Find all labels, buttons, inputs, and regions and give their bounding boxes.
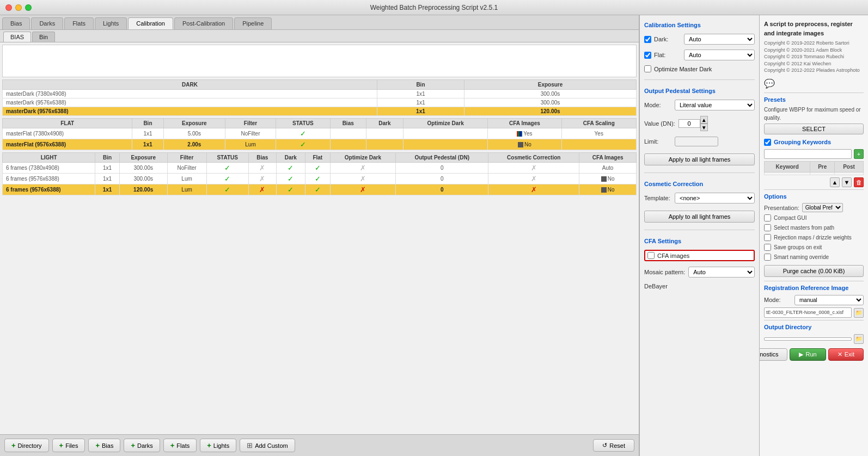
light-row-1-filter: NoFilter [167, 163, 206, 174]
dark-checkbox[interactable] [644, 36, 651, 43]
save-groups-checkbox[interactable] [764, 244, 771, 251]
x-icon: ✗ [360, 164, 366, 172]
select-masters-checkbox[interactable] [764, 224, 771, 231]
keyword-delete-button[interactable]: 🗑 [854, 177, 864, 187]
table-row[interactable]: 6 frames (7380x4908) 1x1 300.00s NoFilte… [3, 163, 637, 174]
calibration-panel: Calibration Settings Dark: Auto Flat: Au… [639, 15, 759, 456]
darks-button[interactable]: + Darks [124, 439, 160, 452]
stepper-up[interactable]: ▲ [700, 116, 708, 124]
output-dir-browse-button[interactable]: 📁 [854, 334, 864, 344]
tab-calibration[interactable]: Calibration [128, 17, 173, 29]
light-row-2-flat: ✓ [305, 174, 330, 184]
flat-table: FLAT Bin Exposure Filter STATUS Bias Dar… [2, 118, 637, 150]
table-row-selected[interactable]: masterFlat (9576x6388) 1x1 2.00s Lum ✓ N… [3, 139, 637, 150]
content-area: DARK Bin Exposure masterDark (7380x4908)… [0, 42, 639, 434]
mode-select[interactable]: Literal value [675, 100, 755, 110]
light-row-1-name: 6 frames (7380x4908) [3, 163, 95, 174]
template-select[interactable]: <none> [675, 193, 755, 204]
files-button[interactable]: + Files [52, 439, 85, 452]
cosmetic-correction-title: Cosmetic Correction [644, 181, 755, 187]
sub-tab-bias[interactable]: BIAS [3, 32, 31, 42]
flat-cfascale-header: CFA Scaling [561, 119, 636, 128]
mosaic-select[interactable]: Auto [688, 267, 755, 278]
table-row[interactable]: masterFlat (7380x4908) 1x1 5.00s NoFilte… [3, 128, 637, 139]
keyword-input[interactable] [764, 149, 852, 159]
light-row-3-bias: ✗ [248, 184, 276, 195]
light-row-1-status: ✓ [206, 163, 248, 174]
light-bin-header: Bin [95, 153, 119, 163]
reset-button[interactable]: ↺ Reset [593, 439, 634, 452]
table-row[interactable]: masterDark (7380x4908) 1x1 300.00s [3, 90, 637, 98]
flat-bin-header: Bin [132, 119, 163, 128]
stepper-down[interactable]: ▼ [700, 124, 708, 131]
compact-gui-checkbox[interactable] [764, 214, 771, 221]
flat-row-1-cfa: Yes [488, 128, 561, 139]
dark-row-3-bin: 1x1 [377, 107, 464, 116]
reg-file-input[interactable]: tE-0030_FILTER-None_0008_c.xisf [764, 307, 852, 318]
tab-darks[interactable]: Darks [31, 17, 63, 29]
bias-button[interactable]: + Bias [88, 439, 120, 452]
value-stepper[interactable]: ▲ ▼ [678, 116, 708, 131]
minimize-button[interactable] [15, 4, 22, 11]
mono-swatch [601, 187, 607, 193]
presentation-label: Presentation: [764, 204, 799, 213]
dark-col-header: DARK [3, 80, 377, 90]
table-row-selected[interactable]: masterDark (9576x6388) 1x1 120.00s [3, 107, 637, 116]
tab-bias[interactable]: Bias [2, 17, 30, 29]
registration-title: Registration Reference Image [764, 284, 864, 293]
flat-select[interactable]: Auto [684, 50, 755, 60]
plus-icon: + [207, 441, 211, 449]
diagnostics-button[interactable]: ⚙ Diagnostics [759, 348, 787, 361]
apply-light-frames-btn-pedestal[interactable]: Apply to all light frames [644, 153, 755, 165]
presentation-select[interactable]: Global Pref [802, 203, 843, 212]
value-input[interactable] [678, 119, 700, 128]
add-keyword-button[interactable]: + [854, 149, 864, 159]
grouping-keywords-checkbox[interactable] [764, 139, 771, 146]
light-filter-header: Filter [167, 153, 206, 163]
light-bias-header: Bias [248, 153, 276, 163]
rejection-maps-label: Rejection maps / drizzle weights [774, 233, 852, 242]
keyword-down-button[interactable]: ▼ [842, 177, 852, 187]
flats-button[interactable]: + Flats [163, 439, 197, 452]
light-row-3-flat: ✓ [305, 184, 330, 195]
flat-filter-header: Filter [225, 119, 276, 128]
tab-flats[interactable]: Flats [64, 17, 94, 29]
tab-pipeline[interactable]: Pipeline [234, 17, 272, 29]
cfa-images-checkbox[interactable] [647, 252, 655, 259]
comment-row: 💬 [764, 77, 864, 90]
keyword-up-button[interactable]: ▲ [830, 177, 840, 187]
dark-select[interactable]: Auto [684, 34, 755, 45]
close-button[interactable] [5, 4, 12, 11]
table-row[interactable]: masterDark (9576x6388) 1x1 300.00s [3, 98, 637, 107]
maximize-button[interactable] [25, 4, 32, 11]
tab-lights[interactable]: Lights [95, 17, 127, 29]
directory-button[interactable]: + Directory [4, 439, 49, 452]
presentation-row: Presentation: Global Pref [764, 203, 864, 212]
light-row-3-exp: 120.00s [119, 184, 167, 195]
reg-file-browse-button[interactable]: 📁 [854, 308, 864, 318]
flat-dark-header: Dark [366, 119, 403, 128]
optimize-dark-checkbox[interactable] [644, 65, 651, 72]
post-cell [834, 172, 863, 175]
reg-mode-select[interactable]: manual [794, 295, 864, 305]
run-button[interactable]: ▶ Run [790, 348, 826, 361]
exit-button[interactable]: ✕ Exit [828, 348, 864, 361]
apply-light-frames-btn-cosmetic[interactable]: Apply to all light frames [644, 211, 755, 223]
tab-post-calibration[interactable]: Post-Calibration [174, 17, 233, 29]
flat-checkbox[interactable] [644, 52, 651, 59]
x-icon: ✗ [360, 186, 366, 194]
add-custom-button[interactable]: ⊞ Add Custom [240, 439, 295, 452]
grouping-keywords-row: Grouping Keywords [764, 138, 864, 147]
smart-naming-checkbox[interactable] [764, 254, 771, 261]
table-row[interactable]: 6 frames (9576x6388) 1x1 300.00s Lum ✓ ✗… [3, 174, 637, 184]
limit-input[interactable]: 0.00010 [675, 137, 718, 146]
output-dir-input[interactable] [764, 337, 852, 341]
table-row-selected[interactable]: 6 frames (9576x6388) 1x1 120.00s Lum ✓ ✗… [3, 184, 637, 195]
flat-row-2-optdark [403, 139, 487, 150]
rejection-maps-checkbox[interactable] [764, 234, 771, 241]
presets-select-button[interactable]: SELECT [764, 124, 864, 134]
sub-tab-bin[interactable]: Bin [32, 32, 55, 42]
lights-button[interactable]: + Lights [200, 439, 236, 452]
cfa-images-label: CFA images [657, 252, 689, 259]
purge-cache-button[interactable]: Purge cache (0.00 KiB) [764, 265, 864, 277]
